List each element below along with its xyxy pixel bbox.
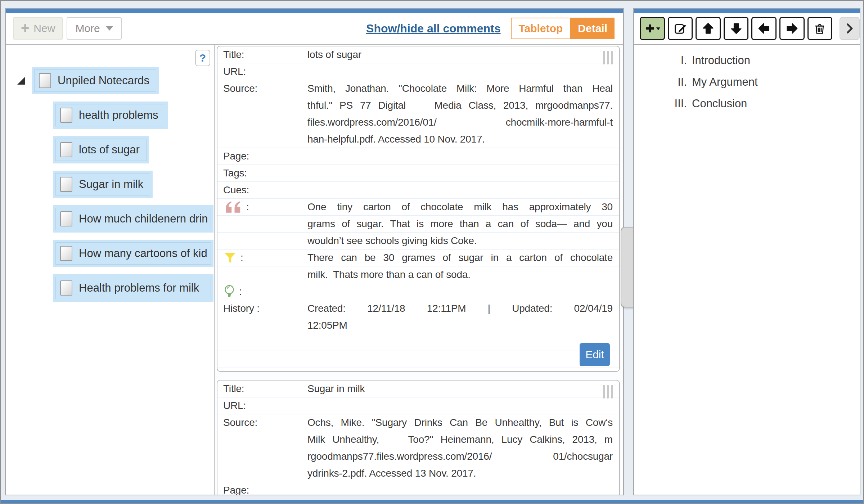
panes: ? Unpiled Notecards health problemslots … bbox=[6, 45, 623, 495]
field-value: 12:05PM bbox=[307, 317, 619, 334]
edit-card-button[interactable]: Edit bbox=[580, 343, 610, 366]
field-label: Source: bbox=[217, 414, 307, 431]
tree-item-label: Sugar in milk bbox=[79, 178, 143, 191]
tree-item-how-much-childenern-drin[interactable]: How much childenern drin bbox=[53, 205, 213, 233]
field-value bbox=[307, 165, 619, 181]
field-value: wouldn’t see schools giving kids Coke. bbox=[307, 233, 619, 249]
card-field-row: grams of sugar. That is more than a can … bbox=[217, 216, 619, 233]
field-value: Ochs, Mike. "Sugary Drinks Can Be Unheal… bbox=[307, 414, 619, 431]
field-label: Page: bbox=[217, 482, 307, 495]
tabletop-view-button[interactable]: Tabletop bbox=[511, 18, 571, 39]
outdent-button[interactable] bbox=[751, 17, 777, 40]
outline-item-introduction[interactable]: I.Introduction bbox=[634, 50, 860, 71]
tree-expand-toggle-icon[interactable] bbox=[17, 77, 25, 85]
tree-item-how-many-cartoons-of-kid[interactable]: How many cartoons of kid bbox=[53, 240, 213, 267]
notecard-tree-pane: ? Unpiled Notecards health problemslots … bbox=[6, 45, 215, 495]
add-item-button[interactable] bbox=[640, 17, 665, 40]
notecard-icon bbox=[60, 177, 72, 192]
paraphrase-icon bbox=[223, 251, 237, 265]
card-field-row: files.wordpress.com/2016/01/ chocmilk-mo… bbox=[217, 114, 619, 131]
card-field-row: History :Created: 12/11/18 12:11PM | Upd… bbox=[217, 300, 619, 317]
view-toggle: Tabletop Detail bbox=[511, 18, 615, 39]
bottom-bar bbox=[1, 500, 863, 503]
indent-button[interactable] bbox=[779, 17, 805, 40]
outline-numeral: I. bbox=[634, 54, 687, 67]
field-label-empty bbox=[217, 266, 307, 283]
tree-item-health-problems[interactable]: health problems bbox=[53, 102, 168, 129]
notecard-card: Title:lots of sugarURL:Source:Smith, Jon… bbox=[217, 46, 620, 372]
tree-item-label: health problems bbox=[79, 109, 158, 122]
tree-item-label: How much childenern drin bbox=[79, 212, 208, 225]
trash-icon bbox=[813, 22, 826, 35]
card-field-row: Source:Smith, Jonathan. "Chocolate Milk:… bbox=[217, 80, 619, 97]
outline-item-conclusion[interactable]: III.Conclusion bbox=[634, 93, 860, 114]
tree-item-health-problems-for-milk[interactable]: Health problems for milk bbox=[53, 274, 213, 302]
field-label-text: Cues: bbox=[223, 182, 249, 198]
field-value: ydrinks-2.pdf. Accessed 13 Nov. 2017. bbox=[307, 465, 619, 482]
outline-numeral: II. bbox=[634, 76, 687, 89]
card-blank-row bbox=[217, 351, 619, 368]
tree-item-sugar-in-milk[interactable]: Sugar in milk bbox=[53, 171, 153, 198]
field-label-text: History : bbox=[223, 300, 260, 317]
field-label-empty bbox=[217, 97, 307, 114]
field-label: URL: bbox=[217, 63, 307, 80]
outline-toolbar bbox=[634, 13, 860, 45]
arrow-right-icon bbox=[786, 22, 798, 35]
card-field-row: Page: bbox=[217, 148, 619, 165]
notecard-icon bbox=[39, 73, 51, 88]
notecard-icon bbox=[60, 211, 72, 226]
field-label: Cues: bbox=[217, 182, 307, 198]
move-down-button[interactable] bbox=[724, 17, 749, 40]
tree-children: health problemslots of sugarSugar in mil… bbox=[53, 102, 214, 302]
help-button[interactable]: ? bbox=[195, 50, 210, 66]
tree-item-lots-of-sugar[interactable]: lots of sugar bbox=[53, 136, 149, 163]
caret-down-icon bbox=[106, 26, 113, 31]
arrow-down-icon bbox=[730, 22, 743, 35]
collapse-panel-button[interactable] bbox=[840, 17, 860, 40]
card-field-row: URL: bbox=[217, 397, 619, 414]
card-field-row: Source:Ochs, Mike. "Sugary Drinks Can Be… bbox=[217, 414, 619, 431]
tree-item-label: How many cartoons of kid bbox=[79, 247, 207, 260]
tree-item-label: Health problems for milk bbox=[79, 282, 199, 294]
move-up-button[interactable] bbox=[696, 17, 721, 40]
tree-item-label: lots of sugar bbox=[79, 143, 140, 156]
field-label-empty bbox=[217, 216, 307, 232]
field-value: Sugar in milk bbox=[307, 381, 619, 397]
field-label-empty bbox=[217, 431, 307, 448]
outline-item-my-argument[interactable]: II.My Argument bbox=[634, 71, 860, 93]
field-value: Smith, Jonathan. "Chocolate Milk: More H… bbox=[307, 80, 619, 97]
card-field-row: Page: bbox=[217, 482, 619, 495]
field-value: rgoodmanps77.files.wordpress.com/2016/ 0… bbox=[307, 448, 619, 465]
more-button[interactable]: More bbox=[67, 17, 121, 40]
field-value: milk. Thats more than a can of soda. bbox=[307, 266, 619, 283]
card-drag-handle[interactable] bbox=[603, 385, 613, 399]
field-label-empty bbox=[217, 448, 307, 465]
field-label-text: Page: bbox=[223, 482, 249, 495]
more-button-label: More bbox=[75, 22, 100, 35]
field-value: Created: 12/11/18 12:11PM | Updated: 02/… bbox=[307, 300, 619, 317]
field-label: Source: bbox=[217, 80, 307, 97]
new-notecard-button[interactable]: + New bbox=[13, 17, 63, 40]
delete-item-button[interactable] bbox=[807, 17, 833, 40]
card-field-row: URL: bbox=[217, 63, 619, 80]
card-field-row: han-helpful.pdf. Accessed 10 Nov. 2017. bbox=[217, 131, 619, 148]
pencil-square-icon bbox=[674, 22, 687, 35]
field-value: files.wordpress.com/2016/01/ chocmilk-mo… bbox=[307, 114, 619, 131]
detail-view-button[interactable]: Detail bbox=[571, 18, 615, 39]
field-label-empty bbox=[217, 465, 307, 482]
field-label-text: Page: bbox=[223, 148, 249, 165]
field-label: Title: bbox=[217, 381, 307, 397]
field-label-text: Title: bbox=[223, 381, 244, 397]
field-label-text: Title: bbox=[223, 46, 244, 63]
notecard-detail-pane: Title:lots of sugarURL:Source:Smith, Jon… bbox=[215, 45, 623, 495]
card-drag-handle[interactable] bbox=[603, 51, 613, 64]
card-field-row: Cues: bbox=[217, 182, 619, 199]
notecard-icon bbox=[60, 280, 72, 296]
field-value: han-helpful.pdf. Accessed 10 Nov. 2017. bbox=[307, 131, 619, 148]
chevron-right-icon bbox=[843, 22, 856, 35]
edit-item-button[interactable] bbox=[668, 17, 693, 40]
tree-item-unpiled-notecards[interactable]: Unpiled Notecards bbox=[32, 67, 159, 94]
card-field-row: Title:lots of sugar bbox=[217, 46, 619, 63]
card-field-row: Tags: bbox=[217, 165, 619, 182]
show-hide-comments-link[interactable]: Show/hide all comments bbox=[366, 22, 500, 35]
